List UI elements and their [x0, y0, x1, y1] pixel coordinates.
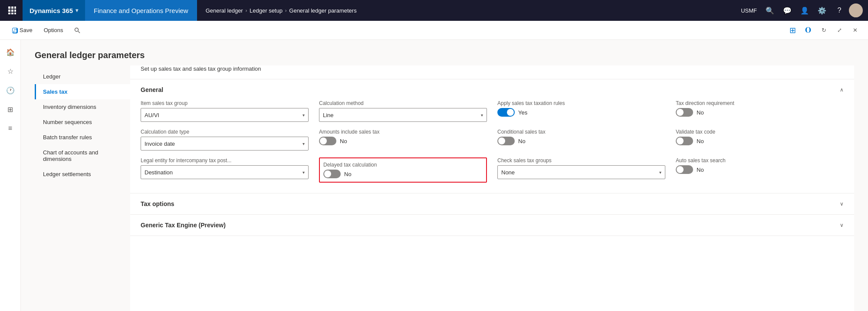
- field-amounts-include-sales-tax: Amounts include sales tax No: [319, 129, 487, 151]
- select-calc-date-type[interactable]: Invoice date ▾: [141, 137, 309, 151]
- breadcrumb-item-2: General ledger parameters: [289, 7, 356, 14]
- toggle-auto-sales-tax-search-switch[interactable]: [676, 165, 693, 174]
- sidebar-star-icon[interactable]: ☆: [2, 62, 19, 80]
- breadcrumb-item-1[interactable]: Ledger setup: [250, 7, 283, 14]
- toggle-apply-sales-tax-label: Yes: [518, 109, 527, 116]
- user-icon[interactable]: 👤: [797, 3, 812, 18]
- toggle-conditional-sales-tax: No: [497, 137, 665, 145]
- nav-item-chart-accounts[interactable]: Chart of accounts and dimensions: [35, 145, 130, 167]
- chevron-down-icon-2: ▾: [481, 113, 483, 118]
- search-action-button[interactable]: [69, 24, 85, 36]
- svg-point-11: [75, 28, 79, 31]
- toolbar-icon-1[interactable]: ⊞: [786, 24, 799, 36]
- nav-item-ledger-settlements[interactable]: Ledger settlements: [35, 167, 130, 182]
- field-auto-sales-tax-search: Auto sales tax search No: [676, 157, 844, 174]
- toggle-conditional-sales-tax-label: No: [518, 138, 526, 144]
- chevron-down-icon-5: ▾: [659, 170, 661, 175]
- nav-item-inventory[interactable]: Inventory dimensions: [35, 99, 130, 115]
- sidebar-clock-icon[interactable]: 🕐: [2, 82, 19, 99]
- sidebar-grid-icon[interactable]: ⊞: [2, 101, 19, 118]
- nav-item-number-sequences[interactable]: Number sequences: [35, 115, 130, 130]
- toggle-conditional-sales-tax-switch[interactable]: [497, 137, 515, 145]
- action-bar-right: ⊞ 𝐎 ↻ ⤢ ✕: [786, 24, 861, 36]
- label-tax-direction: Tax direction requirement: [676, 100, 844, 106]
- breadcrumb-item-0[interactable]: General ledger: [206, 7, 243, 14]
- field-legal-entity-intercompany: Legal entity for intercompany tax post..…: [141, 157, 309, 179]
- svg-rect-3: [8, 10, 10, 12]
- label-calc-date-type: Calculation date type: [141, 129, 309, 135]
- settings-icon[interactable]: ⚙️: [814, 3, 830, 18]
- general-section-header[interactable]: General ∧: [130, 79, 854, 100]
- label-calculation-method: Calculation method: [319, 100, 487, 106]
- nav-item-sales-tax[interactable]: Sales tax: [35, 84, 130, 99]
- toggle-amounts-include-switch[interactable]: [319, 137, 336, 145]
- nav-item-ledger[interactable]: Ledger: [35, 69, 130, 84]
- svg-rect-5: [14, 10, 16, 12]
- sidebar-list-icon[interactable]: ≡: [2, 120, 19, 137]
- toggle-amounts-include: No: [319, 137, 487, 145]
- breadcrumb: General ledger › Ledger setup › General …: [197, 7, 737, 14]
- toggle-tax-direction: No: [676, 108, 844, 117]
- toggle-delayed-tax-switch[interactable]: [323, 170, 341, 178]
- search-icon[interactable]: 🔍: [762, 3, 778, 18]
- chevron-down-icon-3: ▾: [302, 141, 305, 146]
- close-icon[interactable]: ✕: [849, 24, 861, 36]
- select-item-sales-tax-group[interactable]: AU/VI ▾: [141, 108, 309, 122]
- field-delayed-tax-calculation: Delayed tax calculation No: [319, 157, 487, 183]
- svg-point-9: [853, 6, 858, 11]
- svg-line-12: [78, 31, 80, 33]
- svg-rect-1: [11, 7, 13, 9]
- section-intro: Set up sales tax and sales tax group inf…: [130, 65, 854, 79]
- label-validate-tax-code: Validate tax code: [676, 129, 844, 135]
- select-calculation-method[interactable]: Line ▾: [319, 108, 487, 122]
- toggle-validate-tax-code-switch[interactable]: [676, 137, 693, 145]
- select-check-sales-tax-groups[interactable]: None ▾: [497, 165, 665, 179]
- toggle-amounts-include-label: No: [340, 138, 347, 144]
- label-delayed-tax-calculation: Delayed tax calculation: [323, 162, 483, 168]
- toggle-auto-sales-tax-search: No: [676, 165, 844, 174]
- chat-icon[interactable]: 💬: [779, 3, 795, 18]
- generic-tax-engine-header[interactable]: Generic Tax Engine (Preview) ∨: [130, 215, 854, 236]
- toggle-tax-direction-switch[interactable]: [676, 108, 693, 117]
- svg-rect-2: [14, 7, 16, 9]
- refresh-icon[interactable]: ↻: [818, 24, 830, 36]
- app-name: Finance and Operations Preview: [85, 0, 197, 21]
- chevron-down-icon: ▾: [302, 113, 305, 118]
- toolbar-icon-2[interactable]: 𝐎: [802, 24, 814, 36]
- action-bar: Save Options ⊞ 𝐎 ↻ ⤢ ✕: [0, 21, 868, 40]
- toggle-apply-sales-tax-switch[interactable]: [497, 108, 515, 117]
- save-button[interactable]: Save: [7, 24, 37, 36]
- field-calc-date-type: Calculation date type Invoice date ▾: [141, 129, 309, 151]
- tax-options-header[interactable]: Tax options ∨: [130, 193, 854, 214]
- toggle-apply-sales-tax: Yes: [497, 108, 665, 117]
- expand-icon[interactable]: ⤢: [833, 24, 845, 36]
- select-legal-entity-intercompany[interactable]: Destination ▾: [141, 165, 309, 179]
- label-legal-entity-intercompany: Legal entity for intercompany tax post..…: [141, 157, 309, 164]
- chevron-down-icon-4: ▾: [302, 170, 305, 175]
- generic-tax-engine-title: Generic Tax Engine (Preview): [141, 222, 226, 229]
- brand-label: Dynamics 365: [30, 7, 73, 14]
- svg-rect-4: [11, 10, 13, 12]
- field-validate-tax-code: Validate tax code No: [676, 129, 844, 151]
- two-col-layout: Ledger Sales tax Inventory dimensions Nu…: [21, 65, 868, 311]
- general-section-title: General: [141, 86, 163, 93]
- label-check-sales-tax-groups: Check sales tax groups: [497, 157, 665, 164]
- svg-rect-0: [8, 7, 10, 9]
- brand-area[interactable]: Dynamics 365 ▾: [23, 0, 85, 21]
- svg-rect-7: [11, 13, 13, 14]
- tax-options-title: Tax options: [141, 200, 174, 207]
- field-item-sales-tax-group: Item sales tax group AU/VI ▾: [141, 100, 309, 122]
- field-conditional-sales-tax: Conditional sales tax No: [497, 129, 665, 151]
- grid-menu-icon[interactable]: [5, 3, 19, 17]
- general-section: General ∧ Item sales tax group AU/VI ▾: [130, 79, 854, 193]
- nav-item-batch-transfer[interactable]: Batch transfer rules: [35, 130, 130, 145]
- avatar[interactable]: [849, 3, 863, 17]
- options-button[interactable]: Options: [39, 24, 68, 36]
- top-bar-right: USMF 🔍 💬 👤 ⚙️ ?: [737, 3, 863, 18]
- generic-tax-engine-section: Generic Tax Engine (Preview) ∨: [130, 215, 854, 236]
- sidebar-home-icon[interactable]: 🏠: [2, 43, 19, 61]
- brand-chevron: ▾: [76, 7, 78, 13]
- field-apply-sales-tax: Apply sales tax taxation rules Yes: [497, 100, 665, 122]
- help-icon[interactable]: ?: [832, 3, 847, 18]
- delayed-tax-highlight-box: Delayed tax calculation No: [319, 157, 487, 183]
